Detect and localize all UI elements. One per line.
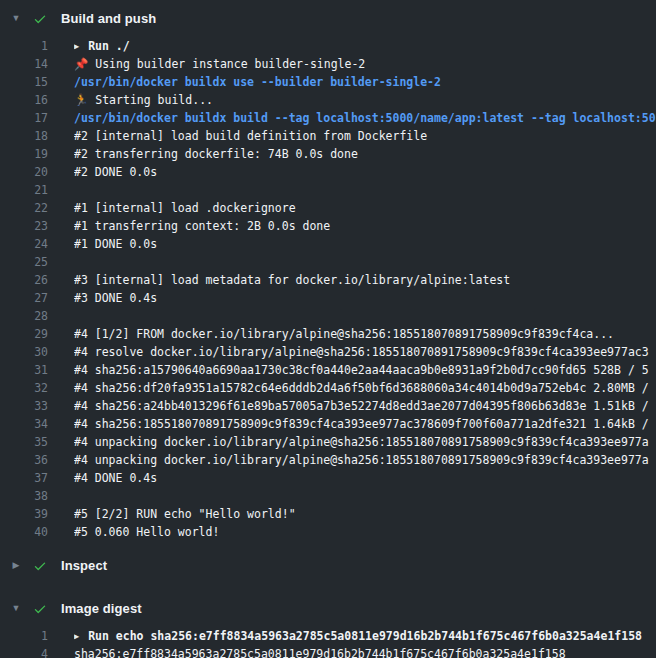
line-number[interactable]: 14 bbox=[0, 55, 48, 73]
log-text: #5 [2/2] RUN echo "Hello world!" bbox=[74, 505, 656, 523]
line-number[interactable]: 27 bbox=[0, 289, 48, 307]
line-number[interactable]: 1 bbox=[0, 627, 48, 645]
log-section-inspect: ▶Inspect bbox=[0, 552, 656, 579]
play-icon[interactable]: ▶ bbox=[74, 37, 79, 55]
line-number[interactable]: 19 bbox=[0, 145, 48, 163]
line-number[interactable]: 24 bbox=[0, 235, 48, 253]
line-number[interactable]: 28 bbox=[0, 307, 48, 325]
chevron-down-icon[interactable]: ▼ bbox=[7, 604, 25, 613]
line-number[interactable]: 38 bbox=[0, 487, 48, 505]
log-line: 37#4 DONE 0.4s bbox=[0, 469, 656, 487]
log-text: #4 resolve docker.io/library/alpine@sha2… bbox=[74, 343, 656, 361]
line-number[interactable]: 18 bbox=[0, 127, 48, 145]
log-line: 24#1 DONE 0.0s bbox=[0, 235, 656, 253]
log-text bbox=[74, 253, 656, 271]
line-number[interactable]: 17 bbox=[0, 109, 48, 127]
line-number[interactable]: 22 bbox=[0, 199, 48, 217]
log-line: 1▶Run ./ bbox=[0, 37, 656, 55]
log-line: 35#4 unpacking docker.io/library/alpine@… bbox=[0, 433, 656, 451]
log-text: 📌 Using builder instance builder-single-… bbox=[74, 55, 656, 73]
run-label: Run ./ bbox=[88, 39, 130, 53]
log-line: 26#3 [internal] load metadata for docker… bbox=[0, 271, 656, 289]
line-number[interactable]: 1 bbox=[0, 37, 48, 55]
log-text bbox=[74, 487, 656, 505]
line-number[interactable]: 21 bbox=[0, 181, 48, 199]
log-line: 40#5 0.060 Hello world! bbox=[0, 523, 656, 541]
log-line: 22#1 [internal] load .dockerignore bbox=[0, 199, 656, 217]
log-text: #2 DONE 0.0s bbox=[74, 163, 656, 181]
log-line: 1▶Run echo sha256:e7ff8834a5963a2785c5a0… bbox=[0, 627, 656, 645]
log-text: #4 [1/2] FROM docker.io/library/alpine@s… bbox=[74, 325, 656, 343]
log-text: #1 transferring context: 2B 0.0s done bbox=[74, 217, 656, 235]
success-check-icon bbox=[32, 11, 48, 27]
line-number[interactable]: 32 bbox=[0, 379, 48, 397]
log-lines-build-and-push: 1▶Run ./14📌 Using builder instance build… bbox=[0, 32, 656, 552]
log-line: 39#5 [2/2] RUN echo "Hello world!" bbox=[0, 505, 656, 523]
line-number[interactable]: 26 bbox=[0, 271, 48, 289]
log-text: sha256:e7ff8834a5963a2785c5a0811e979d16b… bbox=[74, 645, 656, 658]
log-text: #3 DONE 0.4s bbox=[74, 289, 656, 307]
log-line: 16🏃 Starting build... bbox=[0, 91, 656, 109]
log-line: 29#4 [1/2] FROM docker.io/library/alpine… bbox=[0, 325, 656, 343]
log-line: 23#1 transferring context: 2B 0.0s done bbox=[0, 217, 656, 235]
log-command-text: /usr/bin/docker buildx build --tag local… bbox=[74, 109, 656, 127]
log-text: 🏃 Starting build... bbox=[74, 91, 656, 109]
line-number[interactable]: 29 bbox=[0, 325, 48, 343]
chevron-right-icon[interactable]: ▶ bbox=[7, 561, 25, 570]
log-line: 36#4 unpacking docker.io/library/alpine@… bbox=[0, 451, 656, 469]
log-line: 30#4 resolve docker.io/library/alpine@sh… bbox=[0, 343, 656, 361]
log-line: 15/usr/bin/docker buildx use --builder b… bbox=[0, 73, 656, 91]
log-command-text: /usr/bin/docker buildx use --builder bui… bbox=[74, 73, 656, 91]
log-text bbox=[74, 181, 656, 199]
line-number[interactable]: 20 bbox=[0, 163, 48, 181]
line-number[interactable]: 39 bbox=[0, 505, 48, 523]
line-number[interactable]: 30 bbox=[0, 343, 48, 361]
log-line: 20#2 DONE 0.0s bbox=[0, 163, 656, 181]
success-check-icon bbox=[32, 558, 48, 574]
line-number[interactable]: 34 bbox=[0, 415, 48, 433]
log-text: #4 unpacking docker.io/library/alpine@sh… bbox=[74, 433, 656, 451]
log-text: ▶Run echo sha256:e7ff8834a5963a2785c5a08… bbox=[74, 627, 656, 645]
section-header-image-digest[interactable]: ▼Image digest bbox=[0, 595, 656, 622]
section-spacer bbox=[0, 579, 656, 595]
log-text: #1 DONE 0.0s bbox=[74, 235, 656, 253]
log-line: 33#4 sha256:a24bb4013296f61e89ba57005a7b… bbox=[0, 397, 656, 415]
log-line: 28 bbox=[0, 307, 656, 325]
log-line: 27#3 DONE 0.4s bbox=[0, 289, 656, 307]
log-section-image-digest: ▼Image digest1▶Run echo sha256:e7ff8834a… bbox=[0, 595, 656, 658]
line-number[interactable]: 33 bbox=[0, 397, 48, 415]
line-number[interactable]: 40 bbox=[0, 523, 48, 541]
section-header-build-and-push[interactable]: ▼Build and push bbox=[0, 5, 656, 32]
log-line: 34#4 sha256:185518070891758909c9f839cf4c… bbox=[0, 415, 656, 433]
log-line: 19#2 transferring dockerfile: 74B 0.0s d… bbox=[0, 145, 656, 163]
line-number[interactable]: 15 bbox=[0, 73, 48, 91]
line-number[interactable]: 37 bbox=[0, 469, 48, 487]
log-line: 31#4 sha256:a15790640a6690aa1730c38cf0a4… bbox=[0, 361, 656, 379]
success-check-icon bbox=[32, 601, 48, 617]
log-text: #4 sha256:a15790640a6690aa1730c38cf0a440… bbox=[74, 361, 656, 379]
log-text: #4 sha256:185518070891758909c9f839cf4ca3… bbox=[74, 415, 656, 433]
line-number[interactable]: 16 bbox=[0, 91, 48, 109]
line-number[interactable]: 35 bbox=[0, 433, 48, 451]
line-number[interactable]: 36 bbox=[0, 451, 48, 469]
section-title: Inspect bbox=[61, 558, 107, 573]
log-text: #3 [internal] load metadata for docker.i… bbox=[74, 271, 656, 289]
chevron-down-icon[interactable]: ▼ bbox=[7, 14, 25, 23]
log-text: #2 transferring dockerfile: 74B 0.0s don… bbox=[74, 145, 656, 163]
line-number[interactable]: 25 bbox=[0, 253, 48, 271]
line-number[interactable]: 4 bbox=[0, 645, 48, 658]
line-number[interactable]: 31 bbox=[0, 361, 48, 379]
section-header-inspect[interactable]: ▶Inspect bbox=[0, 552, 656, 579]
log-lines-image-digest: 1▶Run echo sha256:e7ff8834a5963a2785c5a0… bbox=[0, 622, 656, 658]
play-icon[interactable]: ▶ bbox=[74, 627, 79, 645]
log-line: 21 bbox=[0, 181, 656, 199]
log-line: 25 bbox=[0, 253, 656, 271]
log-text: #4 unpacking docker.io/library/alpine@sh… bbox=[74, 451, 656, 469]
log-text bbox=[74, 307, 656, 325]
workflow-log-viewer: ▼Build and push1▶Run ./14📌 Using builder… bbox=[0, 0, 656, 658]
line-number[interactable]: 23 bbox=[0, 217, 48, 235]
log-text: #5 0.060 Hello world! bbox=[74, 523, 656, 541]
section-title: Image digest bbox=[61, 601, 142, 616]
log-line: 4sha256:e7ff8834a5963a2785c5a0811e979d16… bbox=[0, 645, 656, 658]
log-text: #4 DONE 0.4s bbox=[74, 469, 656, 487]
